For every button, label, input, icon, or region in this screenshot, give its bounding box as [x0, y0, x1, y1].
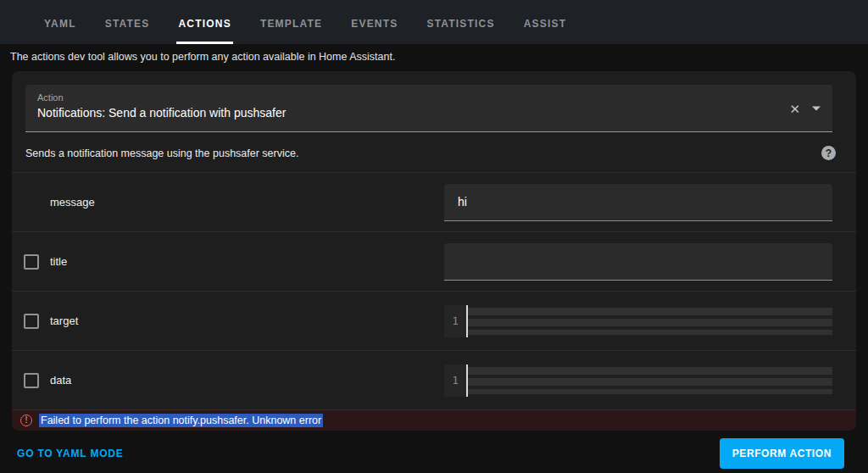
title-input[interactable]: [456, 253, 821, 269]
perform-action-button[interactable]: PERFORM ACTION: [720, 438, 844, 469]
title-label: title: [50, 255, 67, 268]
tab-actions[interactable]: ACTIONS: [176, 0, 232, 44]
target-line-number: 1: [444, 305, 466, 337]
message-textfield: [444, 184, 832, 221]
tab-events[interactable]: EVENTS: [349, 0, 399, 44]
target-label: target: [50, 314, 78, 327]
action-description: Sends a notification message using the p…: [25, 147, 298, 159]
data-code-editor[interactable]: 1: [444, 364, 832, 397]
field-row-target: target 1: [12, 292, 856, 351]
code-lines: [468, 308, 832, 335]
field-row-data: data 1: [12, 351, 856, 410]
data-checkbox[interactable]: [24, 373, 39, 388]
data-code-content[interactable]: [466, 364, 832, 397]
tab-states[interactable]: STATES: [103, 0, 152, 44]
tab-assist[interactable]: ASSIST: [522, 0, 569, 44]
target-checkbox[interactable]: [24, 314, 39, 329]
action-picker-label: Action: [37, 92, 821, 103]
clear-icon[interactable]: ✕: [789, 102, 800, 114]
tab-statistics[interactable]: STATISTICS: [425, 0, 496, 44]
intro-text: The actions dev tool allows you to perfo…: [0, 44, 868, 71]
action-description-row: Sends a notification message using the p…: [12, 132, 856, 173]
chevron-down-icon[interactable]: [812, 106, 821, 110]
action-picker-value: Notifications: Send a notification with …: [37, 106, 821, 120]
tab-template[interactable]: TEMPLATE: [259, 0, 324, 44]
error-bar: ! Failed to perform the action notify.pu…: [12, 410, 856, 431]
actions-card: Action Notifications: Send a notificatio…: [12, 71, 856, 431]
action-picker-icons: ✕: [789, 102, 821, 114]
field-row-message: message: [12, 173, 856, 232]
field-row-title: title: [12, 232, 856, 292]
error-message: Failed to perform the action notify.push…: [39, 414, 323, 427]
tab-yaml[interactable]: YAML: [42, 0, 78, 44]
title-checkbox[interactable]: [24, 254, 39, 270]
message-label: message: [50, 196, 95, 209]
target-code-content[interactable]: [466, 305, 832, 337]
title-textfield: [444, 243, 832, 281]
go-to-yaml-mode-link[interactable]: GO TO YAML MODE: [17, 448, 124, 459]
help-icon[interactable]: ?: [821, 146, 836, 160]
dev-tools-tab-bar: YAML STATES ACTIONS TEMPLATE EVENTS STAT…: [0, 0, 868, 44]
action-picker[interactable]: Action Notifications: Send a notificatio…: [25, 85, 832, 132]
code-lines: [468, 367, 832, 394]
target-code-editor[interactable]: 1: [444, 305, 832, 337]
checkbox-spacer: [24, 195, 39, 210]
error-alert-icon: !: [20, 415, 32, 426]
footer-bar: GO TO YAML MODE PERFORM ACTION: [0, 431, 868, 473]
data-line-number: 1: [444, 364, 466, 397]
data-label: data: [50, 374, 71, 387]
message-input[interactable]: [456, 194, 821, 209]
